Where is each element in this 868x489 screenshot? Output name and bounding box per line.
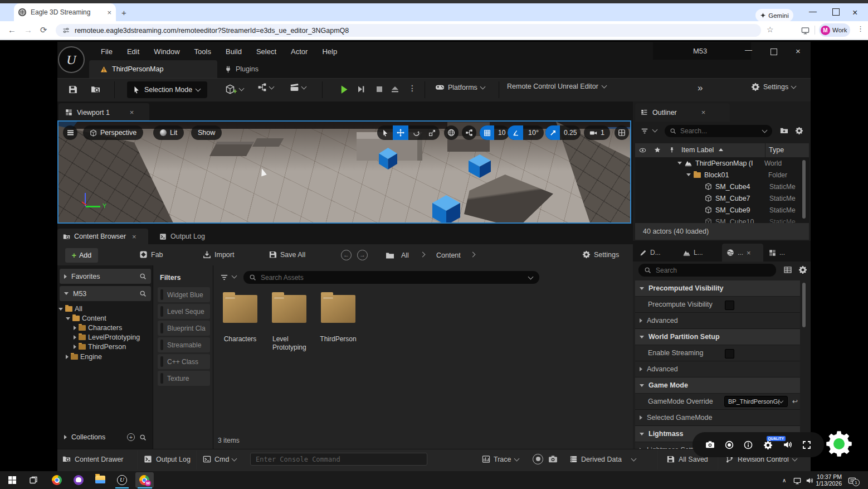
import-button[interactable]: Import (203, 250, 234, 259)
menu-actor[interactable]: Actor (284, 47, 315, 56)
folder-tile-thirdperson[interactable] (321, 295, 355, 323)
details-display-icon[interactable] (783, 265, 792, 274)
stream-info-icon[interactable] (744, 440, 753, 449)
selection-mode-dropdown[interactable]: Selection Mode (127, 81, 207, 98)
taskbar-unreal-icon[interactable]: U (117, 475, 127, 485)
scale-snap-control[interactable]: 0.25 (545, 125, 581, 140)
content-drawer-button[interactable]: Content Drawer (62, 455, 124, 463)
outliner-scrollbar[interactable] (802, 160, 806, 219)
editor-close-button[interactable]: × (796, 46, 801, 56)
insights-icon[interactable] (533, 454, 543, 464)
collapsed-advanced-1[interactable]: Advanced (635, 313, 800, 329)
favorites-search-icon[interactable] (139, 273, 147, 280)
browse-content-icon[interactable] (91, 85, 100, 94)
details-settings-icon[interactable] (798, 265, 807, 274)
select-tool[interactable] (377, 125, 393, 140)
window-minimize-button[interactable]: — (809, 7, 817, 16)
skip-frame-button[interactable] (357, 85, 365, 94)
section-precomputed-visibility[interactable]: Precomputed Visibility (635, 280, 800, 297)
toolbar-overflow-icon[interactable]: » (698, 83, 701, 94)
favorite-column-icon[interactable] (654, 147, 661, 153)
outliner-search-input[interactable]: Search... (665, 125, 772, 137)
screenshot-icon[interactable] (548, 454, 558, 464)
maximize-viewport-icon[interactable] (615, 125, 629, 140)
gamemode-override-dropdown[interactable]: BP_ThirdPersonG( (724, 396, 788, 407)
move-tool[interactable] (393, 125, 408, 140)
scene-blue-cube-1[interactable] (379, 148, 397, 170)
status-output-log-button[interactable]: Output Log (144, 455, 191, 463)
world-settings-close-icon[interactable]: × (747, 249, 751, 257)
outliner-row-thirdpersonmap[interactable]: ThirdPersonMap (I World (635, 157, 809, 169)
folder-tile-levelprototyping[interactable] (272, 295, 306, 323)
forward-nav-icon[interactable]: → (357, 250, 368, 260)
menu-edit[interactable]: Edit (120, 47, 147, 56)
tree-item-all[interactable]: All (58, 305, 82, 313)
tree-item-thirdperson[interactable]: ThirdPerson (74, 343, 126, 351)
viewport-tab[interactable]: Viewport 1 × (58, 103, 149, 122)
tray-clock[interactable]: 10:37 PM 1/13/2026 (815, 473, 842, 487)
grid-snap-control[interactable]: 10 (480, 125, 509, 140)
taskbar-explorer-icon[interactable] (95, 476, 105, 483)
tree-item-characters[interactable]: Characters (74, 324, 122, 332)
unreal-logo[interactable]: U (58, 46, 85, 73)
save-icon[interactable] (68, 85, 77, 94)
breadcrumb-content[interactable]: Content (436, 251, 461, 259)
scale-tool[interactable] (424, 125, 440, 140)
fab-button[interactable]: Fab (139, 250, 163, 259)
precompute-visibility-checkbox[interactable] (725, 301, 734, 310)
stream-quality-button[interactable]: QUALITY (763, 439, 773, 449)
window-maximize-button[interactable] (832, 8, 840, 16)
menu-tools[interactable]: Tools (187, 47, 218, 56)
remote-control-dropdown[interactable]: Remote Control Unreal Editor (507, 83, 606, 90)
bookmark-star-icon[interactable]: ☆ (767, 25, 774, 34)
details-tab[interactable]: D... (635, 244, 677, 262)
world-space-toggle[interactable] (444, 125, 459, 140)
viewport-perspective-dropdown[interactable]: Perspective (83, 125, 143, 140)
outliner-row-smcube9[interactable]: SM_Cube9 StaticMe (635, 204, 809, 216)
trace-dropdown[interactable]: Trace (482, 455, 519, 463)
world-settings-tab[interactable]: ... × (722, 244, 763, 262)
cmd-dropdown[interactable]: Cmd (203, 455, 236, 463)
browser-tab[interactable]: Eagle 3D Streaming × (14, 3, 116, 21)
outliner-tab[interactable]: Outliner × (635, 103, 730, 122)
cb-tab-close-icon[interactable]: × (132, 233, 136, 241)
gemini-button[interactable]: Gemini (755, 9, 793, 22)
viewport-lit-dropdown[interactable]: Lit (153, 125, 184, 140)
project-header[interactable]: M53 (60, 286, 151, 301)
new-tab-button[interactable]: + (121, 8, 126, 17)
gamemode-reset-icon[interactable]: ↩ (792, 398, 798, 405)
platforms-dropdown[interactable]: Platforms (435, 83, 485, 92)
filter-level-sequence[interactable]: Level Seque (158, 304, 210, 319)
filter-blueprint-class[interactable]: Blueprint Cla (158, 321, 210, 336)
filter-cpp-class[interactable]: C++ Class (158, 354, 210, 369)
pin-column-icon[interactable] (669, 147, 675, 153)
tray-network-icon[interactable] (793, 477, 801, 485)
tree-item-levelprototyping[interactable]: LevelPrototyping (74, 333, 149, 341)
tray-volume-icon[interactable] (806, 477, 813, 485)
back-nav-icon[interactable]: ← (341, 250, 352, 260)
filter-streamable[interactable]: Streamable (158, 337, 210, 352)
details-scrollbar[interactable] (802, 283, 806, 327)
cb-settings-dropdown[interactable]: Settings (582, 250, 619, 259)
site-settings-icon[interactable] (62, 27, 70, 34)
add-button[interactable]: + Add (65, 248, 98, 263)
menu-build[interactable]: Build (218, 47, 249, 56)
viewport-show-dropdown[interactable]: Show (191, 125, 222, 140)
browser-menu-icon[interactable]: ⋮ (857, 25, 864, 33)
blueprints-dropdown[interactable] (257, 83, 274, 92)
asset-filter-icon[interactable] (220, 273, 228, 282)
viewport-tab-close-icon[interactable]: × (130, 108, 134, 117)
menu-select[interactable]: Select (249, 47, 284, 56)
item-label-column[interactable]: Item Label (681, 146, 714, 154)
reload-icon[interactable]: ⟳ (40, 25, 47, 35)
tray-expand-icon[interactable]: ∧ (782, 477, 786, 483)
type-column[interactable]: Type (769, 146, 784, 154)
task-view-icon[interactable] (29, 476, 38, 485)
reading-mode-icon[interactable] (801, 26, 810, 35)
add-collection-icon[interactable]: + (127, 433, 135, 441)
outliner-tab-close-icon[interactable]: × (701, 108, 706, 117)
forward-icon[interactable]: → (24, 25, 32, 35)
play-button[interactable] (339, 84, 349, 95)
outliner-row-smcube4[interactable]: SM_Cube4 StaticMe (635, 181, 809, 192)
project-search-icon[interactable] (139, 290, 147, 297)
